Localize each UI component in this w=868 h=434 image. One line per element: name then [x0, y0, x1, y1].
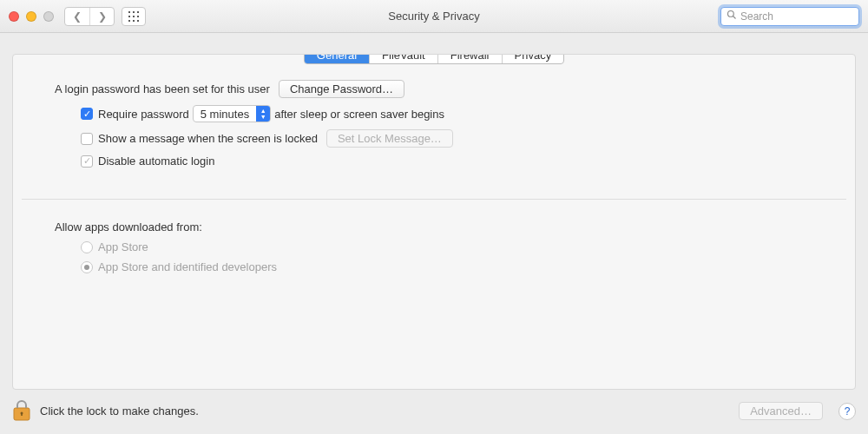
lock-icon — [12, 398, 31, 421]
settings-panel: General FileVault Firewall Privacy A log… — [12, 54, 856, 390]
back-button[interactable]: ❮ — [65, 8, 89, 25]
require-password-delay-value: 5 minutes — [194, 108, 256, 121]
forward-button[interactable]: ❯ — [89, 8, 114, 25]
zoom-window-button[interactable] — [43, 11, 54, 22]
tab-general[interactable]: General — [305, 54, 370, 63]
show-lock-message-label: Show a message when the screen is locked — [98, 132, 318, 145]
svg-rect-0 — [128, 11, 130, 13]
close-window-button[interactable] — [9, 11, 19, 22]
require-password-delay-select[interactable]: 5 minutes ▲▼ — [193, 105, 271, 122]
lock-hint-text: Click the lock to make changes. — [40, 404, 199, 418]
svg-line-10 — [733, 16, 736, 19]
password-set-text: A login password has been set for this u… — [55, 82, 270, 95]
search-icon — [727, 10, 737, 23]
svg-rect-8 — [137, 20, 139, 22]
tab-bar: General FileVault Firewall Privacy — [304, 54, 564, 64]
disable-auto-login-checkbox[interactable]: ✓ — [81, 155, 93, 168]
nav-back-forward: ❮ ❯ — [64, 7, 115, 26]
preferences-window: ❮ ❯ Security & Privacy — [0, 0, 868, 434]
minimize-window-button[interactable] — [26, 11, 36, 22]
disable-auto-login-label: Disable automatic login — [98, 155, 214, 168]
apps-section: Allow apps downloaded from: App Store Ap… — [13, 217, 855, 287]
svg-rect-6 — [128, 20, 130, 22]
lock-button[interactable] — [12, 398, 31, 424]
allow-apps-identified-label: App Store and identified developers — [98, 260, 277, 273]
require-password-label-pre: Require password — [98, 108, 189, 121]
allow-apps-heading: Allow apps downloaded from: — [55, 220, 202, 233]
svg-rect-7 — [133, 20, 135, 22]
search-field[interactable] — [720, 7, 859, 26]
login-section: A login password has been set for this u… — [13, 64, 855, 181]
section-divider — [22, 199, 846, 200]
advanced-button[interactable]: Advanced… — [739, 402, 823, 420]
footer: Click the lock to make changes. Advanced… — [0, 390, 868, 434]
tab-firewall[interactable]: Firewall — [438, 54, 503, 63]
svg-rect-5 — [137, 16, 139, 17]
change-password-button[interactable]: Change Password… — [279, 80, 404, 98]
svg-rect-3 — [128, 16, 130, 17]
window-controls — [9, 11, 54, 22]
search-input[interactable] — [740, 10, 853, 23]
stepper-icon: ▲▼ — [256, 106, 270, 122]
allow-apps-appstore-radio[interactable] — [81, 241, 93, 253]
set-lock-message-button[interactable]: Set Lock Message… — [326, 129, 453, 148]
svg-rect-13 — [21, 413, 23, 416]
tab-filevault[interactable]: FileVault — [370, 54, 438, 63]
svg-point-9 — [728, 11, 734, 17]
tab-privacy[interactable]: Privacy — [503, 54, 564, 63]
help-button[interactable]: ? — [838, 403, 856, 420]
allow-apps-identified-radio[interactable] — [81, 261, 93, 273]
grid-icon — [128, 11, 139, 22]
svg-rect-4 — [133, 16, 135, 17]
svg-rect-2 — [137, 11, 139, 13]
show-all-button[interactable] — [122, 7, 146, 26]
require-password-label-post: after sleep or screen saver begins — [274, 108, 444, 121]
content-area: General FileVault Firewall Privacy A log… — [0, 33, 868, 390]
titlebar: ❮ ❯ Security & Privacy — [0, 0, 868, 33]
svg-rect-1 — [133, 11, 135, 13]
show-lock-message-checkbox[interactable] — [81, 133, 93, 145]
require-password-checkbox[interactable]: ✓ — [81, 108, 93, 120]
allow-apps-appstore-label: App Store — [98, 240, 148, 253]
